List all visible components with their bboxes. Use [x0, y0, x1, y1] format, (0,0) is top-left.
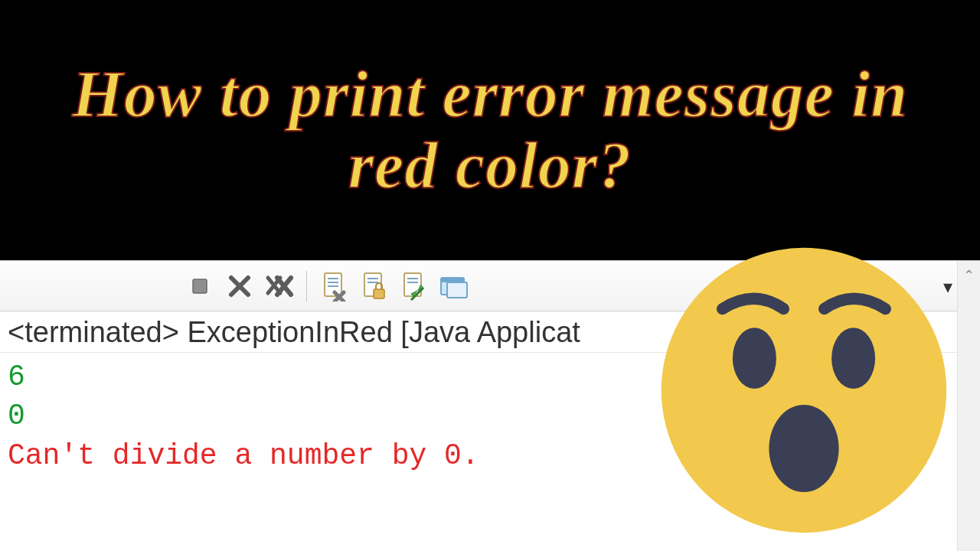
scrollbar-vertical[interactable]: ⌃	[957, 261, 980, 551]
status-prefix: <terminated>	[8, 316, 179, 348]
svg-point-18	[769, 405, 838, 492]
toolbar-separator	[306, 271, 307, 302]
svg-rect-14	[447, 282, 467, 298]
remove-launch-icon[interactable]	[224, 270, 256, 302]
surprised-face-emoji	[658, 245, 949, 536]
svg-point-17	[831, 328, 875, 389]
svg-point-16	[733, 328, 776, 389]
title-area: How to print error message in red color?	[0, 0, 980, 260]
display-selected-console-icon[interactable]	[437, 270, 469, 302]
page-title: How to print error message in red color?	[23, 59, 957, 201]
stop-icon[interactable]	[184, 270, 216, 302]
status-app: ExceptionInRed	[187, 316, 392, 348]
scroll-up-icon[interactable]: ⌃	[963, 267, 975, 284]
clear-console-icon[interactable]	[318, 270, 350, 302]
status-type: [Java Applicat	[400, 316, 580, 348]
remove-all-terminated-icon[interactable]	[263, 270, 296, 302]
pin-console-icon[interactable]	[397, 270, 430, 302]
svg-rect-0	[193, 279, 207, 293]
scroll-lock-icon[interactable]	[358, 270, 390, 302]
svg-rect-8	[374, 289, 384, 298]
